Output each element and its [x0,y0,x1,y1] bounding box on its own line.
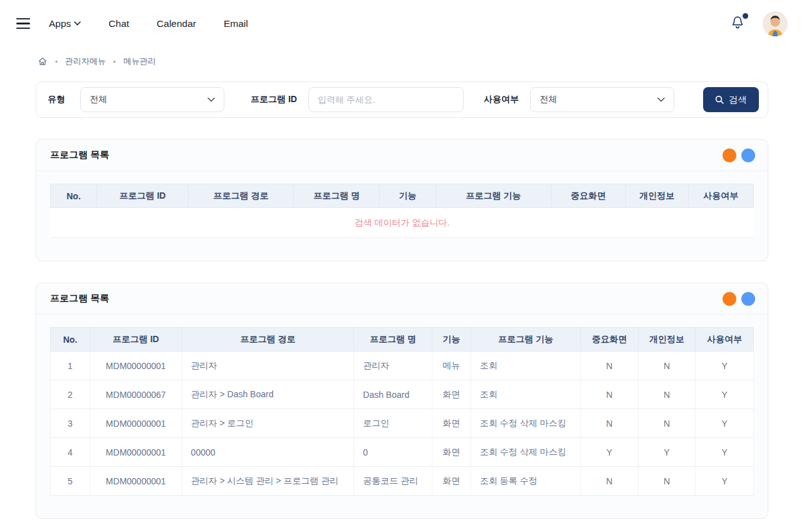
table-row[interactable]: 2MDM00000067관리자 > Dash BoardDash Board화면… [51,380,754,409]
type-label: 유형 [48,94,65,105]
breadcrumb-separator: • [55,58,58,65]
column-header: 사용여부 [688,184,753,208]
table-cell: N [581,409,639,438]
table-cell: Y [696,380,754,409]
column-header: 프로그램 경로 [182,328,354,352]
chevron-down-icon [74,21,81,26]
column-header: 개인정보 [638,328,696,352]
table-cell: Dash Board [354,380,432,409]
table-cell: Y [696,352,754,380]
table-cell: N [638,352,696,380]
type-select[interactable]: 전체 [80,87,224,112]
column-header: 프로그램 ID [97,184,189,208]
table-row[interactable]: 1MDM00000001관리자관리자메뉴조회NNY [51,352,754,380]
program-list-panel-2: 프로그램 목록 No.프로그램 ID프로그램 경로프로그램 명기능프로그램 기능… [36,283,768,519]
table-cell: 공통코드 관리 [354,467,432,496]
nav-item-email[interactable]: Email [224,18,248,29]
table-cell: MDM00000067 [90,380,182,409]
notification-bell-icon[interactable] [730,15,745,33]
use-status-select[interactable]: 전체 [530,87,674,112]
table-cell: Y [696,409,754,438]
empty-row: 검색 데이터가 없습니다. [51,208,754,238]
blue-circle-button[interactable] [741,149,755,162]
column-header: 프로그램 명 [294,184,380,208]
table-cell: 관리자 [354,352,432,380]
nav-item-label: Email [224,18,248,29]
table-cell: 0 [354,438,432,467]
column-header: 기능 [432,328,471,352]
table-row[interactable]: 4MDM00000001000000화면조회 수정 삭제 마스킹YYY [51,438,754,467]
table-header-row: No.프로그램 ID프로그램 경로프로그램 명기능프로그램 기능중요화면개인정보… [51,184,754,208]
column-header: 프로그램 기능 [471,328,580,352]
hamburger-menu-icon[interactable] [16,18,30,29]
breadcrumb-item[interactable]: 관리자메뉴 [65,56,106,67]
breadcrumb-item[interactable]: 메뉴관리 [123,56,156,67]
use-status-select-value: 전체 [540,94,557,105]
panel-header: 프로그램 목록 [36,140,768,171]
breadcrumb-separator: • [113,58,116,65]
table-cell: 화면 [432,467,471,496]
use-status-label: 사용여부 [484,94,519,105]
table-cell: 관리자 > 로그인 [182,409,354,438]
table-cell: 조회 수정 삭제 마스킹 [471,438,580,467]
program-table-results: No.프로그램 ID프로그램 경로프로그램 명기능프로그램 기능중요화면개인정보… [50,327,754,496]
search-button[interactable]: 검색 [703,87,759,112]
table-cell: 관리자 > Dash Board [182,380,354,409]
table-cell: MDM00000001 [90,352,182,380]
table-cell: N [638,380,696,409]
nav-item-calendar[interactable]: Calendar [157,18,196,29]
chevron-down-icon [657,97,665,102]
blue-circle-button[interactable] [741,292,755,306]
nav-item-label: Calendar [157,18,196,29]
table-cell: 조회 [471,380,580,409]
program-id-label: 프로그램 ID [251,94,297,105]
top-navbar: Apps Chat Calendar Email [0,0,804,47]
breadcrumb: • 관리자메뉴 • 메뉴관리 [0,47,804,67]
column-header: 기능 [380,184,436,208]
table-cell: MDM00000001 [90,467,182,496]
table-cell: MDM00000001 [90,409,182,438]
table-cell: N [581,467,639,496]
table-cell: 5 [51,467,90,496]
nav-item-chat[interactable]: Chat [108,18,129,29]
table-cell: 2 [51,380,90,409]
column-header: No. [51,184,97,208]
table-cell: 관리자 [182,352,354,380]
program-list-panel-1: 프로그램 목록 No.프로그램 ID프로그램 경로프로그램 명기능프로그램 기능… [36,139,768,261]
table-cell: Y [696,438,754,467]
nav-item-label: Chat [108,18,129,29]
column-header: No. [51,328,90,352]
table-cell: N [581,380,639,409]
table-cell: Y [696,467,754,496]
search-icon [715,95,724,104]
table-cell: 00000 [182,438,354,467]
table-cell: 1 [51,352,90,380]
table-cell: 조회 등록 수정 [471,467,580,496]
column-header: 프로그램 명 [354,328,432,352]
table-cell: 화면 [432,380,471,409]
panel-title: 프로그램 목록 [50,293,109,305]
table-row[interactable]: 3MDM00000001관리자 > 로그인로그인화면조회 수정 삭제 마스킹NN… [51,409,754,438]
nav-item-label: Apps [49,18,71,29]
type-select-value: 전체 [90,94,107,105]
table-row[interactable]: 5MDM00000001관리자 > 시스템 관리 > 프로그램 관리공통코드 관… [51,467,754,496]
table-cell: 관리자 > 시스템 관리 > 프로그램 관리 [182,467,354,496]
table-cell: Y [581,438,639,467]
user-avatar[interactable] [763,11,788,36]
nav-item-apps[interactable]: Apps [49,18,81,29]
orange-circle-button[interactable] [723,149,736,162]
table-cell: 조회 [471,352,580,380]
empty-message: 검색 데이터가 없습니다. [51,208,754,238]
home-icon[interactable] [38,56,48,66]
program-id-input[interactable] [308,87,464,112]
table-cell: 화면 [432,438,471,467]
column-header: 중요화면 [581,328,639,352]
notification-dot [743,13,748,19]
table-cell: N [581,352,639,380]
program-table-empty: No.프로그램 ID프로그램 경로프로그램 명기능프로그램 기능중요화면개인정보… [50,184,754,238]
column-header: 프로그램 ID [90,328,182,352]
panel-header: 프로그램 목록 [36,283,768,315]
orange-circle-button[interactable] [723,292,736,306]
table-cell: 메뉴 [432,352,471,380]
column-header: 프로그램 기능 [436,184,551,208]
